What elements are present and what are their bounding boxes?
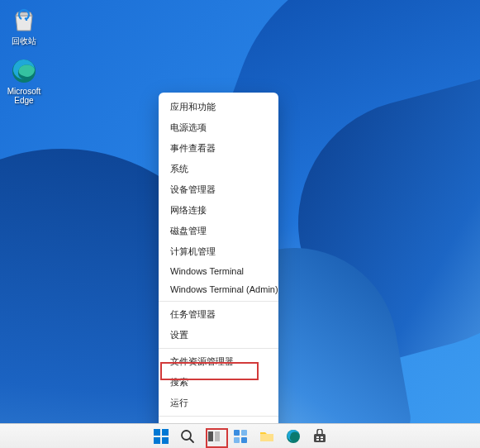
menu-separator [159,348,278,349]
menu-item-apps-features[interactable]: 应用和功能 [159,97,278,117]
svg-rect-11 [234,437,240,443]
search-button[interactable] [178,427,197,446]
task-view-icon [207,429,221,444]
menu-item-run[interactable]: 运行 [159,393,278,413]
svg-rect-2 [162,429,169,436]
store-icon [312,429,327,444]
menu-item-event-viewer[interactable]: 事件查看器 [159,138,278,159]
menu-item-search[interactable]: 搜索 [159,372,278,393]
store-button[interactable] [311,427,329,446]
svg-rect-3 [154,437,160,444]
widgets-button[interactable] [231,427,250,446]
desktop-icon-recycle-bin[interactable]: 回收站 [3,7,45,45]
svg-rect-18 [321,439,323,441]
menu-item-task-manager[interactable]: 任务管理器 [159,304,278,325]
menu-item-device-manager[interactable]: 设备管理器 [159,179,278,200]
folder-icon [259,429,274,444]
start-button[interactable] [152,427,170,446]
svg-rect-4 [162,437,169,444]
svg-rect-7 [208,431,213,441]
svg-rect-9 [234,430,240,436]
windows-logo-icon [154,429,169,444]
file-explorer-button[interactable] [258,427,276,446]
edge-icon [10,57,38,85]
desktop-icons-area: 回收站 Microsoft Edge [3,7,45,117]
svg-line-6 [190,439,193,442]
svg-rect-10 [241,430,247,436]
menu-item-power-options[interactable]: 电源选项 [159,117,278,138]
desktop-icon-label: Microsoft Edge [7,87,41,105]
svg-rect-12 [241,437,247,443]
recycle-bin-icon [10,7,38,35]
svg-rect-17 [316,439,319,441]
menu-item-windows-terminal-admin[interactable]: Windows Terminal (Admin) [159,280,278,298]
winx-context-menu: 应用和功能 电源选项 事件查看器 系统 设备管理器 网络连接 磁盘管理 计算机管… [159,93,278,448]
menu-item-windows-terminal[interactable]: Windows Terminal [159,262,278,280]
svg-rect-15 [316,436,319,438]
edge-icon [286,429,301,444]
menu-item-system[interactable]: 系统 [159,159,278,179]
widgets-icon [233,429,248,444]
desktop-icon-edge[interactable]: Microsoft Edge [3,57,45,105]
edge-button[interactable] [284,427,302,446]
search-icon [180,429,195,444]
desktop-icon-label: 回收站 [12,36,36,45]
menu-item-disk-management[interactable]: 磁盘管理 [159,221,278,241]
menu-separator [159,301,278,302]
menu-item-network-connections[interactable]: 网络连接 [159,200,278,221]
svg-rect-14 [314,434,326,442]
menu-item-file-explorer[interactable]: 文件资源管理器 [159,351,278,372]
menu-item-computer-management[interactable]: 计算机管理 [159,241,278,262]
svg-rect-8 [215,431,220,441]
svg-rect-1 [154,429,160,436]
svg-rect-16 [321,436,323,438]
taskbar [0,423,480,448]
menu-separator [159,416,278,417]
task-view-button[interactable] [205,427,223,446]
svg-point-5 [182,431,191,440]
menu-item-settings[interactable]: 设置 [159,325,278,346]
